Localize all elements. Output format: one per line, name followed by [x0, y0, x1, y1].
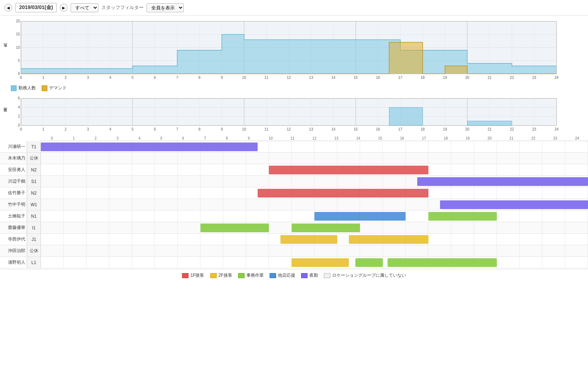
gantt-grid-cell — [292, 176, 314, 187]
gantt-bar[interactable] — [292, 258, 349, 267]
gantt-grid-cell — [41, 222, 64, 233]
gantt-bar[interactable] — [258, 189, 429, 197]
gantt-bar[interactable] — [440, 200, 588, 209]
gantt-grid-cell — [109, 245, 132, 256]
gantt-grid-cell — [497, 234, 520, 245]
gantt-grid-cell — [86, 153, 109, 164]
gantt-grid-cell — [565, 164, 588, 175]
gantt-grid-cell — [109, 222, 132, 233]
bottom-legend-item: 夜勤 — [301, 272, 318, 279]
gantt-grid-cell — [41, 176, 64, 187]
gantt-grid-cell — [64, 222, 86, 233]
gantt-grid-cell — [497, 141, 520, 152]
gantt-grid-cell — [292, 211, 314, 222]
gantt-row: 川瀬研一T1 — [0, 141, 588, 153]
gantt-bar[interactable] — [355, 258, 383, 267]
next-button[interactable]: ▶ — [60, 4, 68, 12]
chart1-legend: 勤務人数 デマンド — [0, 83, 588, 93]
gantt-grid-cell — [360, 199, 383, 210]
gantt-grid-cell — [41, 164, 64, 175]
all-filter-select[interactable]: すべて — [71, 3, 98, 12]
gantt-bar[interactable] — [280, 235, 338, 244]
chart-surplus-inner — [10, 95, 588, 135]
gantt-grid-cell — [542, 245, 565, 256]
gantt-staff-code: N2 — [27, 187, 41, 199]
bottom-legend-box — [182, 273, 189, 278]
gantt-grid-cell — [542, 211, 565, 222]
gantt-grid-cell — [428, 234, 451, 245]
gantt-grid-cell — [337, 199, 360, 210]
gantt-grid-cell — [314, 245, 337, 256]
gantt-grid-cell — [223, 199, 246, 210]
gantt-grid-cell — [41, 257, 64, 268]
gantt-x-tick-6: 6 — [172, 136, 194, 141]
gantt-x-tick-15: 15 — [369, 136, 391, 141]
gantt-grid-cell — [178, 234, 200, 245]
gantt-grid-cell — [451, 222, 474, 233]
gantt-bar[interactable] — [41, 143, 258, 151]
gantt-grid-cell — [86, 211, 109, 222]
gantt-grid-cell — [200, 187, 223, 199]
gantt-bar[interactable] — [200, 224, 269, 232]
gantt-grid-cell — [223, 164, 246, 175]
gantt-grid-cell — [337, 245, 360, 256]
gantt-grid-cell — [64, 176, 86, 187]
gantt-grid-cell — [451, 141, 474, 152]
gantt-grid-cell — [109, 211, 132, 222]
gantt-bar[interactable] — [388, 258, 497, 267]
bottom-legend-label: 夜勤 — [309, 272, 318, 279]
gantt-grid-cell — [86, 257, 109, 268]
y-axis-label-surplus: 過不足 — [0, 95, 10, 135]
gantt-bar[interactable] — [417, 177, 588, 186]
bottom-legend-box — [238, 273, 245, 278]
bottom-legend-item: ロケーショングループに属していない — [324, 272, 406, 279]
gantt-grid-cell — [155, 222, 178, 233]
gantt-grid-cell — [41, 234, 64, 245]
gantt-bar[interactable] — [314, 212, 406, 221]
gantt-staff-name: 寺西伊代 — [0, 234, 27, 245]
gantt-grid-cell — [337, 153, 360, 164]
gantt-timeline — [41, 187, 588, 199]
prev-button[interactable]: ◀ — [4, 4, 12, 12]
gantt-grid-cell — [155, 257, 178, 268]
gantt-grid-cell — [64, 164, 86, 175]
gantt-x-tick-20: 20 — [479, 136, 500, 141]
gantt-grid-cell — [565, 211, 588, 222]
gantt-grid-cell — [451, 153, 474, 164]
chart-surplus: 過不足 — [0, 95, 588, 135]
gantt-grid-cell — [132, 153, 155, 164]
gantt-grid-cell — [86, 245, 109, 256]
gantt-grid-cell — [178, 222, 200, 233]
gantt-grid-cell — [109, 234, 132, 245]
gantt-bar[interactable] — [428, 212, 497, 221]
gantt-x-tick-7: 7 — [194, 136, 216, 141]
gantt-grid-cell — [542, 234, 565, 245]
gantt-grid-cell — [86, 164, 109, 175]
gantt-grid-cell — [155, 245, 178, 256]
gantt-grid-cell — [520, 257, 542, 268]
gantt-grid-cell — [269, 222, 292, 233]
legend-demand-label: デマンド — [49, 85, 67, 91]
gantt-grid-cell — [41, 211, 64, 222]
gantt-grid-cell — [497, 187, 520, 199]
gantt-grid-cell — [269, 199, 292, 210]
gantt-grid-cell — [428, 222, 451, 233]
gantt-grid-cell — [155, 164, 178, 175]
gantt-staff-code: L1 — [27, 257, 41, 268]
gantt-grid-cell — [132, 245, 155, 256]
gantt-grid-cell — [269, 176, 292, 187]
gantt-staff-code: S1 — [27, 176, 41, 187]
gantt-bar[interactable] — [349, 235, 429, 244]
gantt-grid-cell — [565, 222, 588, 233]
staff-filter-label: スタッフフィルター — [101, 4, 144, 11]
gantt-grid-cell — [64, 257, 86, 268]
gantt-grid-cell — [200, 234, 223, 245]
gantt-grid-cell — [474, 141, 497, 152]
gantt-grid-cell — [200, 211, 223, 222]
gantt-timeline — [41, 176, 588, 187]
staff-filter-select[interactable]: 全員を表示 — [147, 3, 184, 12]
gantt-bar[interactable] — [269, 166, 428, 174]
gantt-bar[interactable] — [292, 224, 360, 232]
gantt-grid-cell — [155, 199, 178, 210]
gantt-grid-cell — [86, 187, 109, 199]
